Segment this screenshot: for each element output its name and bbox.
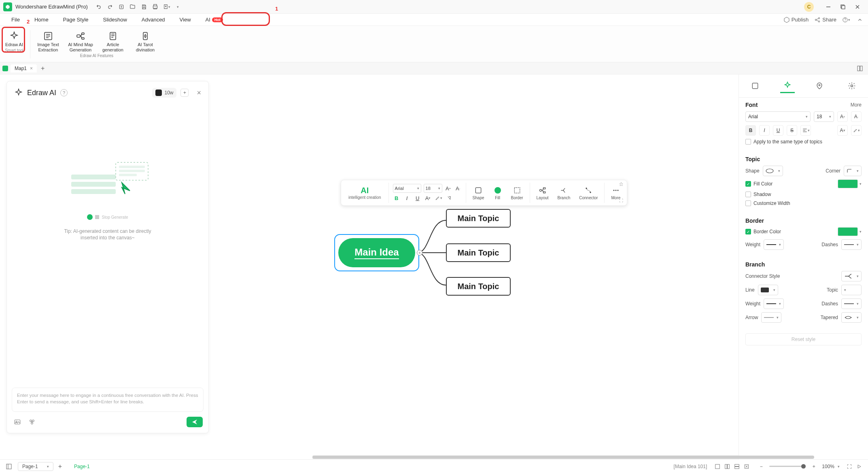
highlight-icon[interactable]: ▾	[435, 194, 442, 202]
image-attach-icon[interactable]	[13, 417, 22, 427]
magic-icon[interactable]	[27, 417, 37, 427]
tab-style-icon[interactable]	[780, 79, 795, 93]
decrease-font-button[interactable]: A-	[851, 111, 862, 122]
shadow-checkbox[interactable]: Shadow	[745, 192, 862, 197]
tab-theme-icon[interactable]	[812, 79, 827, 93]
border-color-checkbox[interactable]: ✓Border Color	[745, 229, 781, 234]
tab-page-icon[interactable]	[748, 79, 762, 93]
increase-font-icon[interactable]: A+	[445, 185, 452, 192]
fullscreen-icon[interactable]	[845, 462, 854, 471]
increase-font-button[interactable]: A+	[837, 111, 848, 122]
add-branch-handle[interactable]: +	[417, 250, 422, 256]
redo-icon[interactable]	[106, 3, 114, 11]
document-tab[interactable]: Map1 ×	[11, 64, 37, 72]
fit-view-icon[interactable]	[742, 462, 751, 471]
floatbar-font-select[interactable]: Arial▾	[393, 184, 421, 193]
strikethrough-button[interactable]: S	[787, 125, 797, 136]
menu-slideshow[interactable]: Slideshow	[96, 15, 134, 24]
add-token-button[interactable]: +	[180, 89, 189, 97]
floatbar-branch[interactable]: Branch	[555, 185, 573, 201]
bold-button[interactable]: B	[745, 125, 756, 136]
user-avatar[interactable]: C	[804, 2, 814, 12]
tapered-select[interactable]: ▾	[841, 312, 862, 323]
scrollbar-thumb[interactable]	[312, 456, 814, 459]
zoom-out-button[interactable]: −	[756, 462, 766, 471]
share-button[interactable]: Share	[814, 17, 836, 23]
view-mode-3-icon[interactable]	[732, 462, 742, 471]
tool-ai-tarot[interactable]: AI Tarot divination	[129, 28, 161, 53]
border-dashes-select[interactable]: ▾	[841, 239, 862, 250]
open-icon[interactable]	[129, 3, 136, 11]
export-icon[interactable]: ▾	[163, 3, 170, 11]
ai-input-box[interactable]: Enter your message here to engage in a c…	[12, 388, 204, 412]
branch-dashes-select[interactable]: ▾	[841, 298, 862, 309]
zoom-in-button[interactable]: +	[809, 462, 819, 471]
layout-switch-icon[interactable]	[855, 64, 865, 73]
font-color-icon[interactable]: A▾	[424, 194, 432, 202]
corner-select[interactable]: ▾	[844, 166, 862, 176]
view-mode-2-icon[interactable]	[722, 462, 732, 471]
topic-node-2[interactable]: Main Topic	[446, 243, 511, 262]
underline-icon[interactable]: U	[414, 194, 421, 202]
floatbar-connector[interactable]: Connector	[577, 185, 600, 201]
close-tab-icon[interactable]: ×	[30, 66, 33, 71]
floatbar-ai-button[interactable]: AI intelligent creation	[345, 185, 384, 201]
token-badge[interactable]: 10w	[152, 88, 176, 98]
italic-icon[interactable]: I	[403, 194, 411, 202]
clear-format-icon[interactable]	[446, 194, 453, 202]
connector-style-select[interactable]: ▾	[841, 271, 862, 281]
new-icon[interactable]	[118, 3, 125, 11]
collapse-ribbon-icon[interactable]	[856, 16, 864, 24]
minimize-button[interactable]	[821, 2, 836, 12]
customize-width-checkbox[interactable]: Customize Width	[745, 200, 862, 206]
floatbar-size-select[interactable]: 18▾	[424, 184, 442, 193]
menu-home[interactable]: Home	[27, 15, 56, 24]
font-size-select[interactable]: 18▾	[814, 111, 834, 122]
line-color-select[interactable]: ▾	[758, 285, 778, 295]
save-icon[interactable]	[140, 3, 148, 11]
border-weight-select[interactable]: ▾	[764, 239, 784, 250]
tool-article-generation[interactable]: Article generation	[97, 28, 129, 53]
menu-file[interactable]: File	[4, 15, 27, 24]
qat-dropdown-icon[interactable]: ▾	[174, 3, 182, 11]
publish-button[interactable]: Publish	[783, 17, 809, 23]
topic-node-1[interactable]: Main Topic	[446, 209, 511, 228]
expand-icon[interactable]	[619, 198, 624, 204]
floatbar-border[interactable]: Border	[509, 185, 526, 201]
menu-view[interactable]: View	[172, 15, 198, 24]
font-more-link[interactable]: More	[851, 102, 862, 108]
undo-icon[interactable]	[95, 3, 102, 11]
page-tab-active[interactable]: Page-1	[74, 464, 90, 469]
tool-image-text-extraction[interactable]: Image Text Extraction	[32, 28, 64, 53]
tool-ai-mindmap-generation[interactable]: AI Mind Map Generation	[64, 28, 97, 53]
arrow-select[interactable]: ▾	[761, 312, 781, 323]
menu-page-style[interactable]: Page Style	[56, 15, 96, 24]
topic-node-3[interactable]: Main Topic	[446, 277, 511, 296]
apply-same-type-checkbox[interactable]: Apply to the same type of topics	[745, 139, 862, 145]
reset-style-button[interactable]: Reset style	[745, 333, 862, 345]
menu-ai[interactable]: AI Hot	[198, 15, 230, 24]
italic-button[interactable]: I	[759, 125, 770, 136]
canvas[interactable]: AI intelligent creation Arial▾ 18▾ A+ A-…	[215, 75, 739, 459]
tool-edraw-ai[interactable]: Edraw AI	[2, 28, 26, 47]
page-select[interactable]: Page-1▾	[18, 462, 53, 471]
new-tab-button[interactable]: +	[41, 65, 45, 72]
outline-view-icon[interactable]	[4, 462, 14, 471]
tab-settings-icon[interactable]	[845, 79, 859, 93]
floatbar-fill[interactable]: Fill	[491, 185, 505, 201]
zoom-slider-knob[interactable]	[801, 464, 806, 469]
close-button[interactable]	[850, 2, 865, 12]
border-color-swatch[interactable]	[838, 227, 858, 236]
underline-button[interactable]: U	[773, 125, 783, 136]
help-icon[interactable]: ▾	[842, 16, 850, 24]
pin-icon[interactable]	[619, 182, 624, 187]
fill-color-swatch[interactable]	[838, 179, 858, 188]
shape-select[interactable]: ▾	[763, 166, 783, 176]
close-panel-icon[interactable]: ×	[197, 89, 201, 97]
main-idea-node[interactable]: Main Idea +	[337, 236, 417, 269]
floatbar-shape[interactable]: Shape	[470, 185, 487, 201]
fill-color-checkbox[interactable]: ✓Fill Color	[745, 181, 772, 187]
add-page-button[interactable]: +	[58, 463, 62, 470]
font-family-select[interactable]: Arial▾	[745, 111, 811, 122]
print-icon[interactable]	[152, 3, 159, 11]
